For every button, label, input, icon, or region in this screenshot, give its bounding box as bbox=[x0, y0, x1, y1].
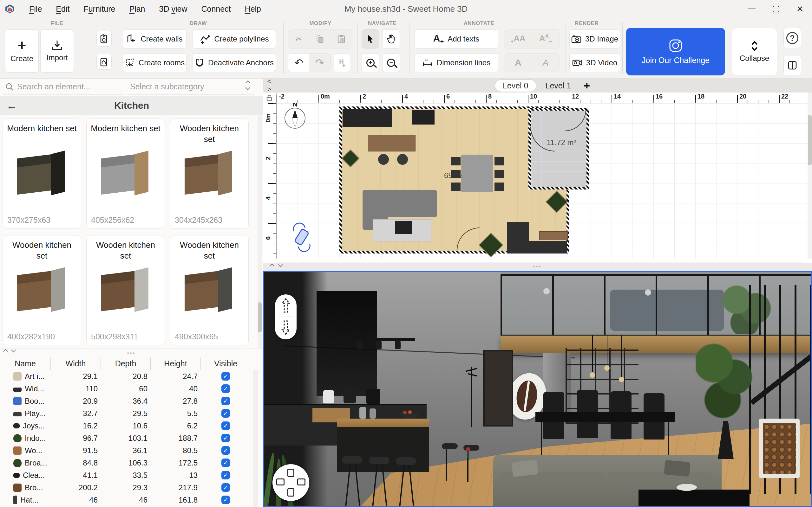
import-button[interactable]: Import bbox=[40, 30, 74, 72]
plan-dining-chair[interactable] bbox=[451, 157, 461, 165]
furniture-row[interactable]: Broa...84.8106.3172.5✓ bbox=[0, 457, 251, 469]
cut-button[interactable]: ✂ bbox=[288, 30, 310, 48]
catalog-list-splitter[interactable]: ⋯ bbox=[0, 349, 263, 357]
export-plan-button[interactable] bbox=[96, 31, 112, 47]
plan-chair[interactable] bbox=[378, 154, 389, 165]
furniture-row[interactable]: Boo...20.936.427.8✓ bbox=[0, 395, 251, 407]
furniture-row[interactable]: Indo...96.7103.1188.7✓ bbox=[0, 432, 251, 444]
menu-connect[interactable]: Connect bbox=[195, 3, 236, 15]
catalog-scrollbar[interactable] bbox=[258, 115, 262, 349]
subcategory-select[interactable]: Select a subcategory bbox=[130, 82, 204, 91]
plan-desk[interactable] bbox=[343, 109, 392, 127]
splitter-down-icon[interactable] bbox=[278, 262, 283, 268]
visible-checkbox[interactable]: ✓ bbox=[221, 446, 230, 455]
menu-file[interactable]: File bbox=[23, 3, 48, 15]
visible-checkbox[interactable]: ✓ bbox=[221, 434, 230, 442]
export-3d-button[interactable] bbox=[96, 54, 112, 70]
visible-checkbox[interactable]: ✓ bbox=[221, 496, 230, 504]
create-rooms-button[interactable]: Create rooms bbox=[123, 53, 187, 72]
visible-checkbox[interactable]: ✓ bbox=[221, 372, 230, 381]
select-tool-button[interactable] bbox=[362, 30, 379, 49]
help-button[interactable]: ? bbox=[783, 28, 801, 48]
pane-collapse-icons[interactable]: <> bbox=[264, 77, 274, 94]
catalog-card[interactable]: Wooden kitchen set490x300x65 bbox=[170, 235, 249, 345]
plan-coffee-table[interactable] bbox=[395, 221, 412, 234]
join-challenge-button[interactable]: Join Our Challenge bbox=[626, 28, 725, 75]
plan-pane[interactable]: <> Level 0Level 1 + -20m2468101214161820… bbox=[263, 78, 812, 271]
dimension-lines-button[interactable]: 10 Dimension lines bbox=[414, 53, 498, 72]
undo-button[interactable]: ↶ bbox=[288, 54, 309, 72]
zoom-out-button[interactable]: − bbox=[382, 53, 400, 72]
redo-button[interactable]: ↷ bbox=[309, 54, 330, 72]
visible-checkbox[interactable]: ✓ bbox=[221, 421, 230, 430]
furniture-scrollbar[interactable] bbox=[253, 370, 258, 507]
scrollbar-thumb[interactable] bbox=[808, 115, 812, 165]
catalog-card[interactable]: Modern kitchen set405x256x62 bbox=[86, 118, 165, 229]
copy-button[interactable] bbox=[310, 30, 331, 48]
menu-3d-view[interactable]: 3D view bbox=[154, 3, 193, 15]
splitter-up-icon[interactable] bbox=[3, 349, 8, 354]
increase-text-size-button[interactable]: +AA bbox=[504, 30, 532, 48]
bold-text-button[interactable]: A bbox=[504, 54, 532, 72]
zoom-in-button[interactable]: + bbox=[362, 53, 379, 72]
3d-elevation-control[interactable] bbox=[275, 294, 297, 339]
visible-checkbox[interactable]: ✓ bbox=[221, 384, 230, 393]
dpad-right-icon[interactable] bbox=[297, 478, 305, 486]
splitter-up-icon[interactable] bbox=[270, 264, 275, 269]
go-down-icon[interactable] bbox=[280, 320, 292, 336]
column-header-width[interactable]: Width bbox=[51, 357, 101, 370]
create-polylines-button[interactable]: Create polylines bbox=[193, 30, 276, 49]
menu-help[interactable]: Help bbox=[239, 3, 267, 15]
subcategory-stepper-icon[interactable] bbox=[246, 81, 250, 89]
furniture-row[interactable]: Bro...200.229.3217.9✓ bbox=[0, 481, 251, 494]
panel-toggle-button[interactable] bbox=[783, 55, 801, 75]
pan-tool-button[interactable] bbox=[382, 30, 400, 49]
catalog-card[interactable]: Modern kitchen set370x275x63 bbox=[3, 118, 81, 229]
furniture-row[interactable]: Wo...91.536.180.5✓ bbox=[0, 444, 251, 457]
minimize-button[interactable] bbox=[740, 0, 764, 18]
catalog-card[interactable]: Wooden kitchen set500x298x311 bbox=[86, 235, 165, 345]
plan-chair[interactable] bbox=[397, 154, 408, 165]
plan-kitchen-counter[interactable] bbox=[507, 241, 567, 253]
3d-dpad-control[interactable] bbox=[272, 464, 309, 501]
decrease-text-size-button[interactable]: AA− bbox=[532, 30, 560, 48]
column-header-depth[interactable]: Depth bbox=[101, 357, 151, 370]
furniture-row[interactable]: Art i...29.120.824.7✓ bbox=[0, 370, 251, 383]
visible-checkbox[interactable]: ✓ bbox=[221, 458, 230, 467]
column-header-height[interactable]: Height bbox=[151, 357, 201, 370]
column-header-visible[interactable]: Visible bbox=[201, 357, 251, 370]
plan-dining-table[interactable] bbox=[461, 155, 493, 192]
plan-dining-chair[interactable] bbox=[495, 182, 504, 191]
dpad-down-icon[interactable] bbox=[287, 488, 294, 497]
splitter-handle-icon[interactable]: ⋯ bbox=[532, 261, 543, 272]
plan-dining-chair[interactable] bbox=[495, 170, 504, 178]
tab-level-1[interactable]: Level 1 bbox=[538, 80, 579, 92]
plan-canvas[interactable]: 69.02 m² 11.72 m² N bbox=[276, 103, 808, 259]
furniture-table-header[interactable]: NameWidthDepthHeightVisible bbox=[0, 357, 263, 370]
plan-camera-gizmo[interactable] bbox=[290, 223, 313, 250]
add-furniture-button[interactable] bbox=[334, 53, 350, 72]
plan-cabinet[interactable] bbox=[412, 110, 435, 124]
paste-button[interactable] bbox=[331, 30, 352, 48]
plan-dining-chair[interactable] bbox=[495, 157, 504, 165]
3d-image-button[interactable]: 3D Image bbox=[569, 30, 620, 49]
3d-video-button[interactable]: 3D Video bbox=[569, 53, 620, 72]
close-button[interactable]: ✕ bbox=[788, 0, 812, 18]
column-header-name[interactable]: Name bbox=[0, 357, 51, 370]
add-level-button[interactable]: + bbox=[583, 79, 590, 92]
menu-edit[interactable]: Edit bbox=[50, 3, 75, 15]
plan-3d-splitter[interactable]: ⋯ bbox=[263, 263, 812, 271]
go-up-icon[interactable] bbox=[280, 297, 292, 314]
add-texts-button[interactable]: A+ Add texts bbox=[414, 30, 498, 49]
italic-text-button[interactable]: A bbox=[532, 54, 560, 72]
furniture-row[interactable]: Hat...4646161.8✓ bbox=[0, 494, 251, 506]
catalog-card[interactable]: Wooden kitchen set400x282x190 bbox=[3, 235, 81, 345]
visible-checkbox[interactable]: ✓ bbox=[221, 409, 230, 418]
menu-furniture[interactable]: Furniture bbox=[78, 3, 121, 15]
tab-level-0[interactable]: Level 0 bbox=[495, 80, 536, 92]
furniture-row[interactable]: Wid...1106040✓ bbox=[0, 383, 251, 395]
furniture-row[interactable]: Joys...16.210.66.2✓ bbox=[0, 419, 251, 432]
plan-dining-chair[interactable] bbox=[451, 182, 461, 191]
search-input[interactable]: Search an element... bbox=[17, 82, 90, 91]
visible-checkbox[interactable]: ✓ bbox=[221, 397, 230, 405]
